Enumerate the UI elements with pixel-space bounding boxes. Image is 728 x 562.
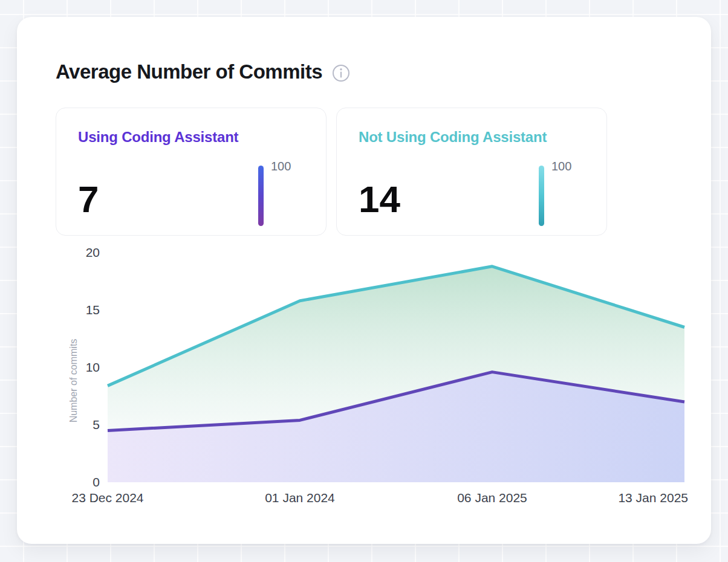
average-commits-card: Average Number of Commits Using Coding A… (17, 17, 711, 544)
commits-area-chart[interactable] (17, 17, 711, 544)
page-background: { "header": { "title": "Average Number o… (0, 0, 728, 562)
chart-region: 0510152023 Dec 202401 Jan 202406 Jan 202… (17, 17, 711, 544)
